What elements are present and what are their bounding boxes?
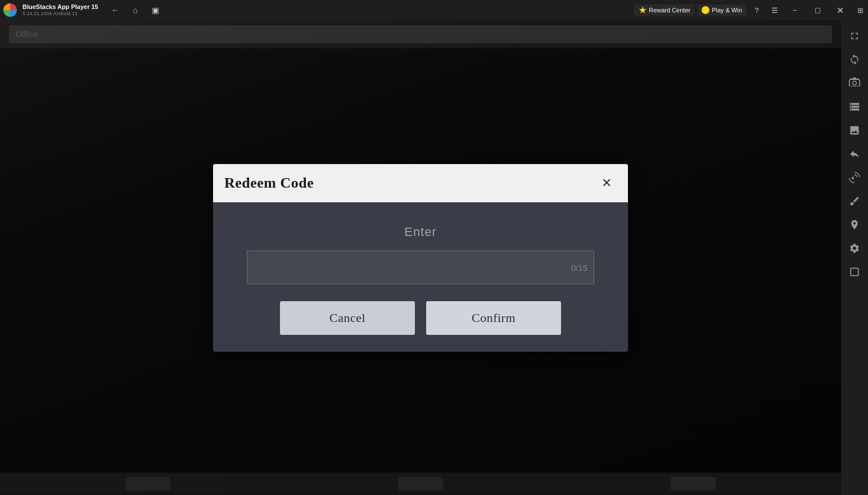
fullscreen-sidebar-button[interactable]: [843, 25, 866, 47]
enter-label: Enter: [404, 225, 437, 239]
dialog-header: Redeem Code ✕: [213, 164, 628, 202]
coin-icon: [702, 6, 709, 14]
sync-sidebar-button[interactable]: [843, 48, 866, 71]
title-bar: BlueStacks App Player 15 5.14.21.1004 An…: [0, 0, 868, 20]
menu-button[interactable]: ☰: [767, 2, 783, 18]
brush-icon: [849, 196, 860, 207]
dialog-footer: Cancel Confirm: [213, 301, 628, 352]
app-info: BlueStacks App Player 15 5.14.21.1004 An…: [22, 3, 98, 17]
resize-icon: [849, 148, 860, 160]
play-win-button[interactable]: Play & Win: [697, 4, 747, 16]
rotate-sidebar-button[interactable]: [843, 166, 866, 189]
resize-sidebar-button[interactable]: [843, 143, 866, 165]
back-button[interactable]: ←: [107, 2, 123, 18]
reward-center-label: Reward Center: [649, 7, 690, 13]
help-button[interactable]: ?: [749, 2, 765, 18]
copy-button[interactable]: ▣: [148, 2, 164, 18]
reward-star-icon: [639, 6, 647, 14]
title-bar-nav: ← ⌂ ▣: [107, 2, 164, 18]
code-input-wrapper: 0/15: [247, 251, 594, 284]
dialog-body: Enter 0/15: [213, 202, 628, 301]
dialog-title: Redeem Code: [224, 175, 314, 192]
expand-sidebar-button[interactable]: [843, 261, 866, 283]
home-button[interactable]: ⌂: [128, 2, 143, 18]
app-version: 5.14.21.1004 Android 11: [22, 11, 98, 17]
minimize-button[interactable]: –: [785, 0, 805, 20]
right-sidebar: [841, 20, 868, 495]
close-button[interactable]: ✕: [830, 0, 850, 20]
fullscreen-icon: [849, 30, 860, 42]
sync-icon: [849, 54, 860, 65]
settings-sidebar-button[interactable]: [843, 237, 866, 260]
redeem-code-dialog: Redeem Code ✕ Enter 0/15 Cancel Confirm: [213, 164, 628, 352]
brush-sidebar-button[interactable]: [843, 190, 866, 212]
code-input[interactable]: [247, 251, 594, 284]
settings-icon: [849, 243, 860, 254]
play-win-label: Play & Win: [712, 7, 742, 13]
expand-icon: [849, 266, 860, 278]
camera-icon: [849, 78, 860, 89]
sidebar-toggle-button[interactable]: ⊞: [852, 2, 868, 18]
title-bar-right: Reward Center Play & Win ? ☰ – ▢ ✕ ⊞: [634, 0, 868, 20]
bluestacks-logo-icon: [3, 3, 17, 17]
confirm-button[interactable]: Confirm: [426, 301, 561, 335]
photo-icon: [849, 125, 860, 136]
dialog-close-button[interactable]: ✕: [596, 173, 617, 193]
location-icon: [849, 219, 860, 230]
location-sidebar-button[interactable]: [843, 214, 866, 236]
app-logo: [0, 0, 20, 20]
cancel-button[interactable]: Cancel: [280, 301, 415, 335]
rotate-icon: [849, 172, 860, 183]
storage-sidebar-button[interactable]: [843, 96, 866, 118]
storage-icon: [849, 101, 860, 112]
app-name: BlueStacks App Player 15: [22, 3, 98, 11]
photo-sidebar-button[interactable]: [843, 119, 866, 142]
camera-sidebar-button[interactable]: [843, 72, 866, 94]
reward-center-button[interactable]: Reward Center: [634, 4, 695, 16]
dialog-overlay: Redeem Code ✕ Enter 0/15 Cancel Confirm: [0, 20, 841, 495]
dialog-close-icon: ✕: [602, 176, 612, 190]
main-content: Offline Redeem Code ✕ Enter 0/15: [0, 20, 841, 495]
maximize-button[interactable]: ▢: [807, 0, 828, 20]
